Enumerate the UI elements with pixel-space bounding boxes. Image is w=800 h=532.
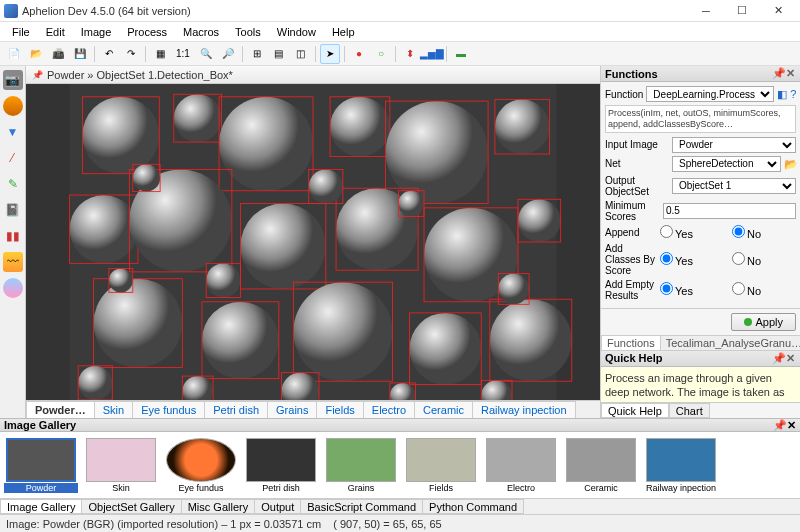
functions-title-text: Functions xyxy=(605,68,658,80)
gtab-misc[interactable]: Misc Gallery xyxy=(181,499,256,514)
chart-icon[interactable]: ⬍ xyxy=(400,44,420,64)
grid-icon[interactable]: ⊞ xyxy=(247,44,267,64)
menu-process[interactable]: Process xyxy=(119,24,175,40)
histogram-icon[interactable]: ▂▅▇ xyxy=(422,44,442,64)
addclasses-yes[interactable]: Yes xyxy=(660,252,724,267)
marker-red-icon[interactable]: ● xyxy=(349,44,369,64)
panel-pin-icon[interactable]: 📌 xyxy=(772,67,784,80)
func-help-icon[interactable]: ? xyxy=(790,88,796,100)
qhtab-chart[interactable]: Chart xyxy=(669,403,710,418)
quickhelp-tabs: Quick Help Chart xyxy=(601,402,800,418)
gtab-python[interactable]: Python Command xyxy=(422,499,524,514)
menu-window[interactable]: Window xyxy=(269,24,324,40)
label-net: Net xyxy=(605,158,669,169)
qh-pin-icon[interactable]: 📌 xyxy=(772,352,784,365)
zoom-ratio[interactable]: 1:1 xyxy=(172,44,194,64)
minimize-button[interactable]: ─ xyxy=(688,0,724,22)
img-tab-powder[interactable]: Powder… xyxy=(26,401,95,418)
pointer-icon[interactable]: ➤ xyxy=(320,44,340,64)
menu-tools[interactable]: Tools xyxy=(227,24,269,40)
bars-icon[interactable]: ▮▮ xyxy=(3,226,23,246)
camera-icon[interactable]: 📷 xyxy=(3,70,23,90)
close-button[interactable]: ✕ xyxy=(760,0,796,22)
gtab-image[interactable]: Image Gallery xyxy=(0,499,82,514)
brush-icon[interactable]: ∕ xyxy=(3,148,23,168)
maximize-button[interactable]: ☐ xyxy=(724,0,760,22)
gallery-thumb[interactable]: Petri dish xyxy=(244,438,318,493)
gtab-output[interactable]: Output xyxy=(254,499,301,514)
append-no[interactable]: No xyxy=(732,225,796,240)
gallery-pin-icon[interactable]: 📌 xyxy=(773,419,787,432)
addempty-yes[interactable]: Yes xyxy=(660,282,724,297)
img-tab-ceramic[interactable]: Ceramic xyxy=(414,401,473,418)
browse-icon[interactable]: 📂 xyxy=(784,158,796,170)
append-yes[interactable]: Yes xyxy=(660,225,724,240)
svg-point-27 xyxy=(202,302,279,379)
gallery-title: Image Gallery xyxy=(4,419,76,431)
book-icon[interactable]: 📓 xyxy=(3,200,23,220)
menu-macros[interactable]: Macros xyxy=(175,24,227,40)
gallery-thumb[interactable]: Railway inpection xyxy=(644,438,718,493)
img-tab-railway[interactable]: Railway inpection xyxy=(472,401,576,418)
disc-icon[interactable] xyxy=(3,278,23,298)
layers-icon[interactable]: ▤ xyxy=(269,44,289,64)
img-tab-fields[interactable]: Fields xyxy=(316,401,363,418)
gallery-thumb[interactable]: Powder xyxy=(4,438,78,493)
input-image-select[interactable]: Powder xyxy=(672,137,796,153)
redo-icon[interactable]: ↷ xyxy=(121,44,141,64)
img-tab-skin[interactable]: Skin xyxy=(94,401,133,418)
svg-point-25 xyxy=(94,279,183,368)
pencil-icon[interactable]: ✎ xyxy=(3,174,23,194)
gallery-thumb[interactable]: Electro xyxy=(484,438,558,493)
net-select[interactable]: SphereDetection xyxy=(672,156,781,172)
new-icon[interactable]: 📄 xyxy=(4,44,24,64)
wave-icon[interactable]: 〰 xyxy=(3,252,23,272)
gallery-close-icon[interactable]: ✕ xyxy=(787,419,796,432)
addempty-no[interactable]: No xyxy=(732,282,796,297)
qhtab-help[interactable]: Quick Help xyxy=(601,403,669,418)
gallery-thumb[interactable]: Fields xyxy=(404,438,478,493)
img-tab-electro[interactable]: Electro xyxy=(363,401,415,418)
fit-icon[interactable]: ▦ xyxy=(150,44,170,64)
funnel-icon[interactable]: ▼ xyxy=(3,122,23,142)
svg-point-55 xyxy=(109,268,133,292)
gallery-thumb[interactable]: Skin xyxy=(84,438,158,493)
gallery-thumb[interactable]: Grains xyxy=(324,438,398,493)
rtab-tecaliman[interactable]: Tecaliman_AnalyseGranu… xyxy=(660,335,800,350)
img-tab-grains[interactable]: Grains xyxy=(267,401,317,418)
svg-point-51 xyxy=(498,274,529,305)
gallery-thumb[interactable]: Ceramic xyxy=(564,438,638,493)
menu-file[interactable]: File xyxy=(4,24,38,40)
menu-help[interactable]: Help xyxy=(324,24,363,40)
scan-icon[interactable]: 📠 xyxy=(48,44,68,64)
svg-point-31 xyxy=(410,313,482,385)
panel-close-icon[interactable]: ✕ xyxy=(784,67,796,80)
menu-image[interactable]: Image xyxy=(73,24,120,40)
gallery-thumb[interactable]: Eye fundus xyxy=(164,438,238,493)
menu-edit[interactable]: Edit xyxy=(38,24,73,40)
image-viewport[interactable] xyxy=(26,84,600,400)
minscores-input[interactable] xyxy=(663,203,796,219)
zoom-in-icon[interactable]: 🔍 xyxy=(196,44,216,64)
open-icon[interactable]: 📂 xyxy=(26,44,46,64)
sphere-icon[interactable] xyxy=(3,96,23,116)
function-select[interactable]: DeepLearning.Process xyxy=(646,86,774,102)
img-tab-eyefundus[interactable]: Eye fundus xyxy=(132,401,205,418)
window-icon[interactable]: ◫ xyxy=(291,44,311,64)
pin-icon[interactable]: 📌 xyxy=(32,70,43,80)
addclasses-no[interactable]: No xyxy=(732,252,796,267)
gtab-objectset[interactable]: ObjectSet Gallery xyxy=(81,499,181,514)
menu-bar: File Edit Image Process Macros Tools Win… xyxy=(0,22,800,42)
rtab-functions[interactable]: Functions xyxy=(601,335,661,350)
img-tab-petri[interactable]: Petri dish xyxy=(204,401,268,418)
qh-close-icon[interactable]: ✕ xyxy=(784,352,796,365)
func-dropdown-icon[interactable]: ◧ xyxy=(777,88,787,100)
apply-button[interactable]: Apply xyxy=(731,313,796,331)
undo-icon[interactable]: ↶ xyxy=(99,44,119,64)
run-icon[interactable]: ▬ xyxy=(451,44,471,64)
gtab-basicscript[interactable]: BasicScript Command xyxy=(300,499,423,514)
output-select[interactable]: ObjectSet 1 xyxy=(672,178,796,194)
save-icon[interactable]: 💾 xyxy=(70,44,90,64)
marker-green-icon[interactable]: ○ xyxy=(371,44,391,64)
zoom-out-icon[interactable]: 🔎 xyxy=(218,44,238,64)
